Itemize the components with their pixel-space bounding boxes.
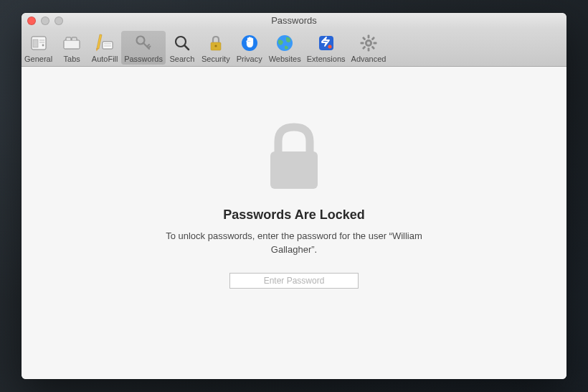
toolbar-label: Search (170, 55, 195, 63)
svg-rect-33 (270, 151, 318, 189)
svg-rect-1 (33, 39, 38, 47)
toolbar-item-advanced[interactable]: Advanced (348, 31, 389, 65)
toolbar-label: Extensions (307, 55, 346, 63)
svg-rect-31 (371, 46, 376, 50)
titlebar: Passwords (22, 13, 566, 28)
tabs-icon (61, 32, 82, 54)
toolbar-item-extensions[interactable]: Extensions (304, 31, 348, 65)
toolbar-label: AutoFill (92, 55, 118, 63)
privacy-hand-icon (239, 32, 260, 54)
toolbar-label: Passwords (124, 55, 163, 63)
svg-point-32 (367, 42, 371, 45)
toolbar-item-tabs[interactable]: Tabs (55, 31, 88, 65)
toolbar-item-autofill[interactable]: AutoFill (88, 31, 121, 65)
zoom-button[interactable] (54, 17, 63, 25)
toolbar-item-search[interactable]: Search (166, 31, 199, 65)
minimize-button[interactable] (41, 17, 49, 25)
password-input[interactable] (229, 273, 359, 289)
search-icon (171, 32, 193, 54)
toolbar-label: Websites (269, 55, 301, 63)
toolbar-item-general[interactable]: General (22, 31, 55, 65)
content-pane: Passwords Are Locked To unlock passwords… (22, 67, 566, 379)
svg-point-4 (42, 45, 44, 47)
svg-point-18 (214, 45, 217, 47)
svg-rect-6 (97, 34, 102, 49)
svg-rect-24 (368, 35, 370, 39)
extensions-icon (316, 32, 337, 54)
toolbar-item-privacy[interactable]: Privacy (233, 31, 266, 65)
locked-subtext: To unlock passwords, enter the password … (165, 230, 423, 257)
svg-rect-30 (362, 37, 366, 41)
svg-rect-26 (361, 42, 364, 45)
traffic-lights (27, 17, 63, 25)
toolbar-item-passwords[interactable]: Passwords (121, 31, 166, 65)
toolbar-label: Advanced (351, 55, 387, 63)
toolbar-label: General (24, 55, 52, 63)
svg-line-13 (147, 45, 149, 47)
key-icon (133, 32, 154, 54)
toolbar-item-websites[interactable]: Websites (266, 31, 304, 65)
svg-rect-25 (368, 48, 370, 52)
globe-icon (274, 32, 295, 54)
autofill-icon (94, 32, 115, 54)
gear-icon (358, 32, 379, 54)
toolbar-label: Security (201, 55, 230, 63)
svg-rect-29 (362, 46, 366, 50)
large-lock-icon (264, 121, 324, 196)
general-icon (28, 32, 49, 54)
svg-point-22 (328, 45, 331, 49)
svg-line-16 (184, 45, 189, 50)
svg-rect-27 (374, 42, 377, 45)
toolbar-label: Privacy (237, 55, 262, 63)
svg-line-14 (148, 47, 151, 49)
toolbar-item-security[interactable]: Security (199, 31, 233, 65)
window-title: Passwords (22, 15, 566, 26)
locked-heading: Passwords Are Locked (223, 207, 364, 223)
toolbar: General Tabs A (22, 28, 566, 67)
svg-rect-5 (64, 40, 80, 49)
svg-marker-7 (95, 48, 98, 52)
lock-icon (205, 32, 227, 54)
svg-rect-28 (371, 37, 376, 41)
close-button[interactable] (27, 17, 36, 25)
svg-rect-8 (103, 42, 113, 49)
preferences-window: Passwords General (22, 13, 566, 379)
toolbar-label: Tabs (64, 55, 80, 63)
